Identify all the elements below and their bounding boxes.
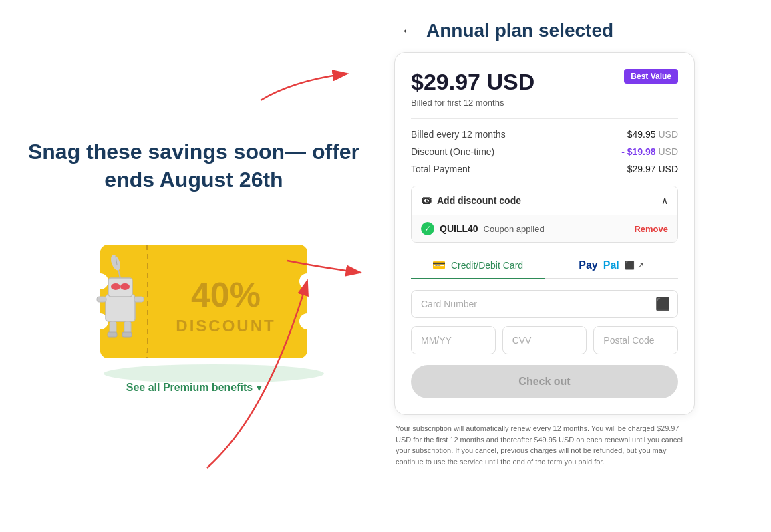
billing-row-3: Total Payment $29.97 USD [411,160,678,178]
best-value-badge: Best Value [624,69,678,84]
cvv-input[interactable] [502,326,587,354]
discount-header-left: 🎟 Add discount code [421,194,521,207]
billing-value-1: $49.95 USD [627,129,678,140]
paypal-logo-2: Pal [603,259,619,271]
page-title: Annual plan selected [426,20,613,41]
svg-point-7 [299,313,315,329]
price-main: $29.97 USD [411,69,534,95]
svg-point-12 [111,283,120,290]
billing-label-2: Discount (One-time) [411,146,494,157]
divider-1 [411,118,678,119]
right-panel: ← Annual plan selected $29.97 USD Best V… [388,13,708,519]
billing-row-2: Discount (One-time) - $19.98 USD [411,143,678,160]
see-benefits-text: See all Premium benefits [126,382,253,394]
svg-rect-17 [97,297,106,302]
promo-text: Snag these savings soon— offer ends Augu… [27,138,361,194]
svg-rect-10 [106,295,135,321]
page-header: ← Annual plan selected [394,20,695,41]
billing-label-3: Total Payment [411,164,470,174]
tab-paypal-label: ↗ [637,261,644,270]
svg-rect-22 [122,332,132,337]
add-discount-label: Add discount code [437,195,521,206]
see-benefits-link[interactable]: See all Premium benefits ▾ [126,382,261,394]
billing-value-2: - $19.98 USD [621,146,678,157]
svg-rect-21 [108,332,117,337]
billed-label: Billed for first 12 months [411,98,678,108]
card-number-input[interactable] [411,290,678,318]
credit-card-icon: 💳 [432,259,446,271]
discount-header[interactable]: 🎟 Add discount code ∧ [412,186,677,215]
paypal-logo: Pay [579,259,597,271]
tab-paypal[interactable]: PayPal ⬛ ↗ [545,252,678,279]
tab-credit-card[interactable]: 💳 Credit/Debit Card [411,252,545,279]
coupon-code: QUILL40 [440,223,478,234]
mm-yy-input[interactable] [411,326,496,354]
ticket-illustration-svg: 40% DISCOUNT [60,208,327,382]
remove-coupon-button[interactable]: Remove [634,224,668,234]
payment-tabs: 💳 Credit/Debit Card PayPal ⬛ ↗ [411,252,678,279]
coupon-status: Coupon applied [484,224,545,234]
svg-point-4 [92,273,108,289]
checkout-card: $29.97 USD Best Value Billed for first 1… [394,52,695,415]
svg-text:40%: 40% [191,275,261,314]
postal-code-input[interactable] [593,326,678,354]
price-row: $29.97 USD Best Value [411,69,678,95]
svg-rect-20 [124,321,131,334]
coupon-icon: 🎟 [421,194,432,207]
billing-details: Billed every 12 months $49.95 USD Discou… [411,126,678,178]
back-button[interactable]: ← [401,22,416,39]
card-number-group: ⬛ [411,290,678,318]
checkout-button[interactable]: Check out [411,365,678,398]
svg-point-13 [120,283,130,290]
billing-value-3: $29.97 USD [627,164,678,174]
subscription-note: Your subscription will automatically ren… [394,423,695,467]
left-panel: Snag these savings soon— offer ends Augu… [0,13,388,519]
promo-illustration: 40% DISCOUNT [60,208,327,382]
chevron-up-icon: ∧ [661,195,668,206]
svg-point-0 [104,364,324,382]
svg-point-6 [299,273,315,289]
svg-text:DISCOUNT: DISCOUNT [176,317,275,335]
check-circle-icon: ✓ [421,222,434,235]
coupon-left: ✓ QUILL40 Coupon applied [421,222,545,235]
billing-row-1: Billed every 12 months $49.95 USD [411,126,678,143]
coupon-applied-row: ✓ QUILL40 Coupon applied Remove [412,215,677,242]
discount-section: 🎟 Add discount code ∧ ✓ QUILL40 Coupon a… [411,186,678,243]
paypal-external-icon: ⬛ [625,261,635,270]
chevron-down-icon: ▾ [257,382,261,393]
card-details-row [411,326,678,354]
tab-card-label: Credit/Debit Card [451,260,523,271]
card-chip-icon: ⬛ [655,297,670,311]
card-number-wrapper: ⬛ [411,290,678,318]
svg-rect-19 [110,321,116,334]
svg-rect-18 [134,297,144,302]
billing-label-1: Billed every 12 months [411,129,506,140]
